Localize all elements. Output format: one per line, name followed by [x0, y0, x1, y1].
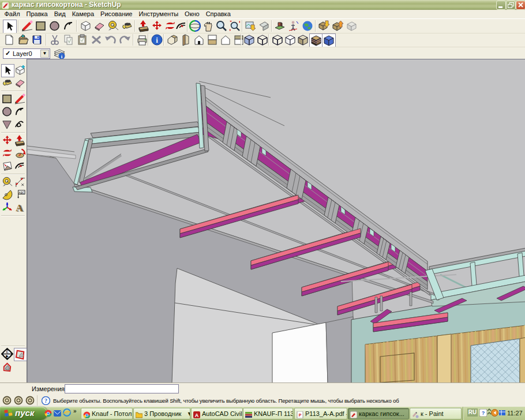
svg-text:ABC: ABC: [18, 191, 25, 195]
svg-text:A: A: [17, 203, 24, 213]
svg-text:?: ?: [482, 410, 485, 416]
svg-text:P: P: [299, 413, 302, 417]
svg-text:?: ?: [44, 397, 47, 404]
svg-text:▶: ▶: [5, 354, 9, 358]
svg-text:C: C: [6, 350, 8, 354]
svg-text:i: i: [156, 36, 158, 44]
svg-text:A: A: [195, 412, 199, 418]
